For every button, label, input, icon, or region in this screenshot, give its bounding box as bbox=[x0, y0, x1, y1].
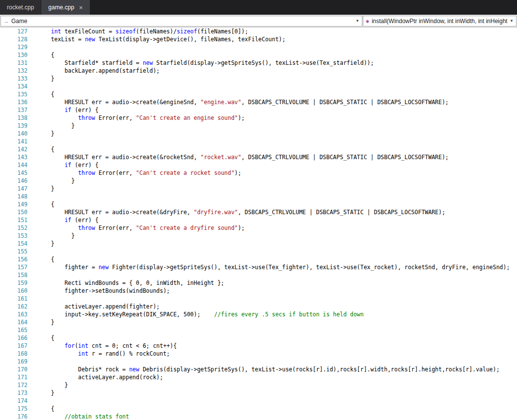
code-line[interactable]: 128 texList = new TexList(display->getDe… bbox=[0, 35, 517, 43]
members-dropdown[interactable]: ◆ install(WindowPtr inWindow, int inWidt… bbox=[363, 16, 517, 27]
line-number[interactable]: 130 bbox=[0, 51, 27, 59]
line-number[interactable]: 138 bbox=[0, 114, 27, 122]
code-line[interactable]: 139 } bbox=[0, 122, 517, 130]
code-line[interactable]: 172 } bbox=[0, 381, 517, 389]
line-number[interactable]: 135 bbox=[0, 90, 27, 98]
code-line[interactable]: 169 bbox=[0, 358, 517, 365]
code-line[interactable]: 150 HRESULT err = audio->create(&dryFire… bbox=[0, 208, 517, 216]
code-line[interactable]: 151 if (err) { bbox=[0, 216, 517, 224]
code-line[interactable]: 131 Starfield* starfield = new Starfield… bbox=[0, 59, 517, 67]
line-number[interactable]: 139 bbox=[0, 122, 27, 130]
code-line[interactable]: 147 } bbox=[0, 185, 517, 193]
line-number[interactable]: 134 bbox=[0, 83, 27, 90]
code-line[interactable]: 152 throw Error(err, "Can't create a dry… bbox=[0, 224, 517, 232]
line-number[interactable]: 173 bbox=[0, 389, 27, 397]
line-number[interactable]: 156 bbox=[0, 255, 27, 263]
line-number[interactable]: 176 bbox=[0, 413, 27, 420]
line-number[interactable]: 169 bbox=[0, 358, 27, 365]
code-line[interactable]: 165 bbox=[0, 326, 517, 334]
line-number[interactable]: 144 bbox=[0, 161, 27, 169]
code-line[interactable]: 141 bbox=[0, 138, 517, 145]
line-number[interactable]: 129 bbox=[0, 43, 27, 51]
code-line[interactable]: 166 { bbox=[0, 334, 517, 342]
line-number[interactable]: 132 bbox=[0, 67, 27, 75]
line-number[interactable]: 165 bbox=[0, 326, 27, 334]
code-line[interactable]: 136 HRESULT err = audio->create(&engineS… bbox=[0, 98, 517, 106]
line-number[interactable]: 174 bbox=[0, 397, 27, 405]
line-number[interactable]: 127 bbox=[0, 28, 27, 35]
line-number[interactable]: 131 bbox=[0, 59, 27, 67]
line-number[interactable]: 171 bbox=[0, 373, 27, 381]
code-line[interactable]: 175 { bbox=[0, 405, 517, 413]
code-line[interactable]: 127 int texFileCount = sizeof(fileNames)… bbox=[0, 28, 517, 35]
line-number[interactable]: 163 bbox=[0, 310, 27, 318]
code-line[interactable]: 132 backLayer.append(starfield); bbox=[0, 67, 517, 75]
code-line[interactable]: 133 } bbox=[0, 75, 517, 83]
line-number[interactable]: 128 bbox=[0, 35, 27, 43]
line-number[interactable]: 137 bbox=[0, 106, 27, 114]
code-line[interactable]: 168 int r = rand() % rockCount; bbox=[0, 350, 517, 358]
line-number[interactable]: 147 bbox=[0, 185, 27, 193]
line-number[interactable]: 170 bbox=[0, 365, 27, 373]
line-number[interactable]: 151 bbox=[0, 216, 27, 224]
line-number[interactable]: 142 bbox=[0, 145, 27, 153]
code-line[interactable]: 159 Recti windBounds = { 0, 0, inWidth, … bbox=[0, 279, 517, 287]
code-line[interactable]: 163 input->key.setKeyRepeat(DIK_SPACE, 5… bbox=[0, 310, 517, 318]
code-line[interactable]: 167 for(int cnt = 0; cnt < 6; cnt++){ bbox=[0, 342, 517, 350]
line-number[interactable]: 168 bbox=[0, 350, 27, 358]
code-line[interactable]: 148 bbox=[0, 193, 517, 200]
code-line[interactable]: 146 } bbox=[0, 177, 517, 185]
line-number[interactable]: 153 bbox=[0, 232, 27, 240]
code-line[interactable]: 130 { bbox=[0, 51, 517, 59]
line-number[interactable]: 164 bbox=[0, 318, 27, 326]
line-number[interactable]: 140 bbox=[0, 130, 27, 138]
code-line[interactable]: 176 //obtain stats font bbox=[0, 413, 517, 420]
line-number[interactable]: 136 bbox=[0, 98, 27, 106]
code-line[interactable]: 173 } bbox=[0, 389, 517, 397]
line-number[interactable]: 175 bbox=[0, 405, 27, 413]
code-line[interactable]: 138 throw Error(err, "Can't create an en… bbox=[0, 114, 517, 122]
line-number[interactable]: 149 bbox=[0, 200, 27, 208]
line-number[interactable]: 161 bbox=[0, 295, 27, 303]
close-icon[interactable]: × bbox=[79, 4, 83, 11]
line-number[interactable]: 162 bbox=[0, 303, 27, 310]
code-line[interactable]: 144 if (err) { bbox=[0, 161, 517, 169]
line-number[interactable]: 154 bbox=[0, 240, 27, 248]
code-line[interactable]: 153 } bbox=[0, 232, 517, 240]
code-line[interactable]: 155 bbox=[0, 248, 517, 255]
code-line[interactable]: 171 activeLayer.append(rock); bbox=[0, 373, 517, 381]
tab-game-cpp[interactable]: game.cpp × bbox=[41, 0, 89, 15]
code-editor[interactable]: 127 int texFileCount = sizeof(fileNames)… bbox=[0, 28, 517, 420]
line-number[interactable]: 166 bbox=[0, 334, 27, 342]
code-line[interactable]: 140 } bbox=[0, 130, 517, 138]
code-line[interactable]: 134 bbox=[0, 83, 517, 90]
line-number[interactable]: 172 bbox=[0, 381, 27, 389]
code-line[interactable]: 154 } bbox=[0, 240, 517, 248]
line-number[interactable]: 143 bbox=[0, 153, 27, 161]
code-line[interactable]: 156 { bbox=[0, 255, 517, 263]
code-line[interactable]: 160 fighter->setBounds(windBounds); bbox=[0, 287, 517, 295]
code-line[interactable]: 129 bbox=[0, 43, 517, 51]
code-line[interactable]: 145 throw Error(err, "Can't create a roc… bbox=[0, 169, 517, 177]
code-line[interactable]: 135 { bbox=[0, 90, 517, 98]
code-line[interactable]: 137 if (err) { bbox=[0, 106, 517, 114]
code-line[interactable]: 164 } bbox=[0, 318, 517, 326]
line-number[interactable]: 146 bbox=[0, 177, 27, 185]
code-line[interactable]: 174 bbox=[0, 397, 517, 405]
code-line[interactable]: 143 HRESULT err = audio->create(&rocketS… bbox=[0, 153, 517, 161]
code-line[interactable]: 170 Debris* rock = new Debris(display->g… bbox=[0, 365, 517, 373]
line-number[interactable]: 159 bbox=[0, 279, 27, 287]
code-line[interactable]: 157 fighter = new Fighter(display->getSp… bbox=[0, 263, 517, 271]
line-number[interactable]: 158 bbox=[0, 271, 27, 279]
line-number[interactable]: 150 bbox=[0, 208, 27, 216]
line-number[interactable]: 145 bbox=[0, 169, 27, 177]
types-dropdown[interactable]: → Game ▼ bbox=[0, 16, 362, 27]
tab-rocket-cpp[interactable]: rocket.cpp bbox=[0, 0, 41, 15]
line-number[interactable]: 167 bbox=[0, 342, 27, 350]
line-number[interactable]: 155 bbox=[0, 248, 27, 255]
code-line[interactable]: 158 bbox=[0, 271, 517, 279]
line-number[interactable]: 152 bbox=[0, 224, 27, 232]
code-line[interactable]: 149 { bbox=[0, 200, 517, 208]
line-number[interactable]: 160 bbox=[0, 287, 27, 295]
code-line[interactable]: 162 activeLayer.append(fighter); bbox=[0, 303, 517, 310]
